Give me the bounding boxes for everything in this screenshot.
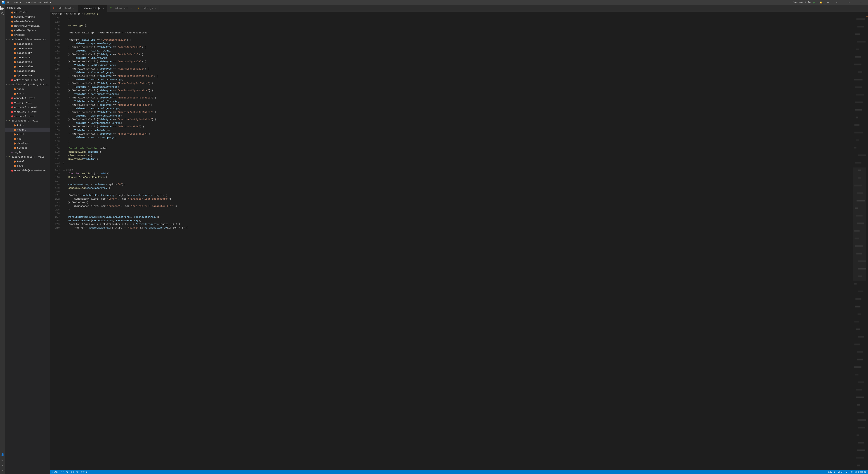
menu-version-control[interactable]: Version control ▾	[25, 1, 52, 4]
sidebar-item[interactable]: index	[5, 87, 50, 92]
extensions-icon[interactable]: ⊞	[0, 463, 5, 468]
breadcrumb-js[interactable]: js	[60, 13, 62, 15]
tab-close[interactable]: ✕	[129, 7, 133, 10]
tab-close[interactable]: ✕	[102, 7, 105, 10]
code-line[interactable]: TableTmp = SystemInfoArgs;	[61, 42, 852, 45]
sidebar-item[interactable]: RadioConfigData	[5, 28, 50, 33]
code-line[interactable]: } "kw">else "kw">if (TableType == "MiscI…	[61, 125, 852, 129]
code-line[interactable]: cacheDataArray = cacheData.split("&");	[61, 183, 852, 186]
tab-index_html[interactable]: H index.html ✕	[50, 5, 78, 12]
code-line[interactable]: 1 usage	[61, 168, 852, 172]
code-line[interactable]: TableTmp = AlarmConfigArgs;	[61, 71, 852, 74]
sidebar-item[interactable]: paramsType	[5, 60, 50, 64]
breadcrumb-datagrid[interactable]: dataGrid.js	[66, 13, 81, 15]
sidebar-item[interactable]: total	[5, 159, 50, 164]
sidebar-item[interactable]: paramsIndex	[5, 42, 50, 46]
sidebar-item[interactable]: SystemInfoData	[5, 15, 50, 19]
hamburger-menu[interactable]: ☰	[6, 1, 10, 4]
spaces-indicator[interactable]: 2 spaces	[855, 471, 866, 473]
sidebar-item[interactable]: ▾⊕onClickCell(index, field): void	[5, 82, 50, 87]
branch-item[interactable]: ⑂ www	[52, 471, 58, 473]
sidebar-item[interactable]: cancel(): void	[5, 96, 50, 101]
code-line[interactable]: clearDataTable();	[61, 154, 852, 158]
scrollbar-track[interactable]	[866, 16, 868, 470]
menu-web[interactable]: web ▾	[13, 1, 22, 4]
sidebar-item[interactable]: title	[5, 123, 50, 128]
explorer-icon[interactable]	[0, 6, 5, 10]
code-line[interactable]: TableTmp = CarrierConfigOneArgs;	[61, 114, 852, 117]
sidebar-item[interactable]: UpdateTime	[5, 73, 50, 78]
code-line[interactable]: } "kw">else "kw">if (TableType == "Radio…	[61, 96, 852, 100]
tab-datagrid_js[interactable]: J dataGrid.js ✕	[78, 5, 107, 12]
encoding-indicator[interactable]: CRLF	[838, 471, 843, 473]
sidebar-item[interactable]: paramsAttr	[5, 55, 50, 60]
errors-item[interactable]: △ △ 75	[61, 471, 68, 473]
sidebar-item[interactable]: NetWorkConfigData	[5, 24, 50, 28]
sidebar-item[interactable]: ▾⊕style	[5, 150, 50, 155]
code-line[interactable]: "kw">if (TableType == "SystemInfoTable")…	[61, 38, 852, 42]
code-area[interactable]: } ParamsType(); "kw">var TableTep : "kw2…	[61, 16, 852, 470]
code-line[interactable]: } "kw">else "kw">if (TableType == "NetCo…	[61, 60, 852, 63]
code-line[interactable]: console.log(cacheDataArray);	[61, 186, 852, 190]
code-line[interactable]: } "kw">else "kw">if (TableType == "Radio…	[61, 89, 852, 92]
run-icon[interactable]: ▶	[813, 1, 816, 4]
debug-icon[interactable]: ▷	[0, 458, 5, 462]
sidebar-item[interactable]: chinese(): void	[5, 105, 50, 109]
code-line[interactable]: TableTmp = RadioConfigFourArgs;	[61, 107, 852, 110]
sidebar-item[interactable]: paramsName	[5, 46, 50, 51]
sidebar-item[interactable]: rows	[5, 164, 50, 168]
sidebar-tree[interactable]: editIndexSystemInfoDataAlarmInfoDataNetW…	[5, 10, 50, 474]
sidebar-item[interactable]: showType	[5, 141, 50, 146]
code-line[interactable]: $.messager.alert( str "Error", msg "Para…	[61, 197, 852, 201]
sidebar-item[interactable]: onEditing(): boolean	[5, 78, 50, 82]
code-line[interactable]	[61, 143, 852, 146]
code-line[interactable]: }	[61, 16, 852, 20]
code-line[interactable]: TableTmp = RadioConfigCommonArgs;	[61, 78, 852, 81]
code-line[interactable]	[61, 20, 852, 24]
sidebar-item[interactable]: reload(): void	[5, 114, 50, 118]
code-line[interactable]: }	[61, 161, 852, 165]
code-line[interactable]: TableTmp = FactorySetupArgs;	[61, 136, 852, 139]
code-line[interactable]: TableTmp = RadioConfigOneArgs;	[61, 85, 852, 89]
charset-indicator[interactable]: UTF-8	[846, 471, 852, 473]
account-icon[interactable]: 👤	[0, 452, 5, 457]
code-line[interactable]: TableTmp = CarrierConfigTwoArgs;	[61, 121, 852, 125]
code-line[interactable]: }	[61, 208, 852, 212]
code-line[interactable]: } "kw">else "kw">if (TableType == "Carri…	[61, 117, 852, 121]
sidebar-item[interactable]: paramsLength	[5, 69, 50, 73]
sidebar-item[interactable]: field	[5, 92, 50, 96]
code-line[interactable]: "kw">var TableTep : "kw2">undefined = "k…	[61, 31, 852, 35]
code-line[interactable]	[61, 27, 852, 31]
breadcrumb-www[interactable]: www	[53, 13, 57, 15]
search-icon[interactable]	[0, 11, 5, 16]
tab-index_js[interactable]: J index.js ✕	[135, 5, 160, 12]
code-line[interactable]: TableTmp = RadioConfigTwoArgs;	[61, 92, 852, 96]
code-line[interactable]: TableTmp = OptInfoArgs;	[61, 56, 852, 60]
code-line[interactable]: } "kw">else "kw">if (TableType == "Alarm…	[61, 67, 852, 71]
code-line[interactable]: } "kw">else "kw">if (TableType == "Radio…	[61, 74, 852, 78]
sidebar-item[interactable]: DrawTable(ParamsDataArrayN)	[5, 168, 50, 173]
code-line[interactable]: ParamsType();	[61, 24, 852, 27]
code-line[interactable]: $.messager.alert( str "Success", msg "Ge…	[61, 204, 852, 208]
sidebar-item[interactable]: ▾⊕AddDataGrid(ParamsData)	[5, 37, 50, 42]
sidebar-item[interactable]: msg	[5, 137, 50, 141]
code-line[interactable]: TableTmp = MiscInfoArgs;	[61, 129, 852, 132]
sidebar-item[interactable]: checked	[5, 33, 50, 37]
code-line[interactable]: "kw">if (cacheDataParaListArray.length !…	[61, 194, 852, 197]
code-line[interactable]: TableTmp = NetWorkConfigArgs;	[61, 63, 852, 67]
code-line[interactable]	[61, 165, 852, 168]
sidebar-item[interactable]: timeout	[5, 146, 50, 150]
code-line[interactable]: }	[61, 139, 852, 143]
code-line[interactable]: } "kw">else "kw">if (TableType == "OptIn…	[61, 53, 852, 56]
code-line[interactable]: console.log(TableTmp);	[61, 150, 852, 154]
tab-ideavimrc[interactable]: V .ideavimrc ✕	[107, 5, 135, 12]
sidebar-item[interactable]: paramsCoff	[5, 51, 50, 55]
code-line[interactable]: } "kw">else "kw">if (TableType == "Radio…	[61, 103, 852, 107]
code-line[interactable]: //conf calc "kw">for value	[61, 146, 852, 150]
code-line[interactable]: function english() : void {	[61, 172, 852, 175]
code-line[interactable]: TableTmp = RadioConfigThreeArgs;	[61, 100, 852, 103]
sidebar-item[interactable]: edit(): void	[5, 101, 50, 105]
settings-icon[interactable]: ⚙	[826, 1, 830, 4]
sidebar-item[interactable]: ▾⊕getChanges(): void	[5, 118, 50, 123]
close-button[interactable]: ✕	[856, 0, 866, 5]
